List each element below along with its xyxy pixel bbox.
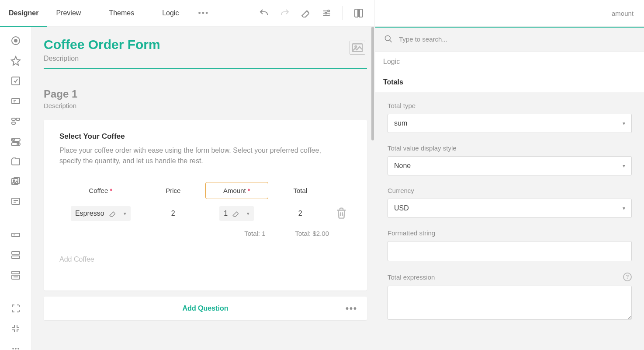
col-coffee[interactable]: Coffee* (60, 182, 141, 199)
svg-rect-7 (12, 118, 15, 120)
cell-amount-value: 1 (224, 210, 228, 217)
form-logo-placeholder[interactable] (350, 41, 365, 55)
question-description[interactable]: Place your coffee order with ease using … (59, 145, 339, 166)
toolbox-boolean-icon[interactable] (10, 136, 21, 147)
col-price[interactable]: Price (142, 182, 205, 199)
canvas-wrap: Coffee Order Form Description Page 1 Des… (31, 27, 375, 350)
matrix-table: Coffee* Price Amount* Total Espresso (59, 181, 351, 244)
clear-icon[interactable] (232, 210, 240, 217)
prop-body: Total type sum ▾ Total value display sty… (375, 92, 644, 350)
tab-designer[interactable]: Designer (0, 0, 47, 26)
clear-icon[interactable] (109, 210, 117, 217)
label-display-style: Total value display style (388, 144, 632, 152)
undo-icon[interactable] (259, 8, 269, 18)
toolbox-comment-icon[interactable] (10, 196, 21, 207)
chevron-down-icon: ▾ (623, 205, 625, 211)
label-total-type: Total type (388, 102, 632, 109)
eraser-icon[interactable] (301, 8, 311, 18)
svg-point-25 (17, 348, 19, 350)
search-row (375, 27, 644, 52)
delete-row-icon[interactable] (335, 213, 348, 220)
top-right: amount (375, 0, 644, 26)
svg-rect-21 (12, 271, 20, 274)
toolbox-file-icon[interactable] (10, 156, 21, 167)
svg-rect-20 (12, 256, 20, 259)
select-currency-value: USD (394, 204, 409, 212)
toolbox-text-icon[interactable] (10, 230, 21, 240)
section-logic[interactable]: Logic (383, 52, 636, 72)
top-tools (259, 6, 374, 20)
properties-panel: Logic Totals Total type sum ▾ Total valu… (375, 27, 644, 350)
add-question-more-icon[interactable]: ••• (346, 304, 357, 314)
prop-sections: Logic Totals (375, 52, 644, 92)
form-title[interactable]: Coffee Order Form (44, 37, 367, 52)
toolbox-more-icon[interactable] (10, 343, 21, 350)
toolbox-dropdown-icon[interactable] (10, 96, 21, 106)
toolbox-expand-icon[interactable] (10, 303, 21, 314)
toolbox-tagbox-icon[interactable] (10, 116, 21, 126)
input-formatted-string[interactable] (388, 241, 632, 261)
select-total-type[interactable]: sum ▾ (388, 114, 632, 133)
cell-amount-dropdown[interactable]: 1 ▾ (219, 206, 254, 221)
toolbox-multitext-icon[interactable] (10, 250, 21, 260)
section-totals[interactable]: Totals (383, 72, 636, 92)
top-tabs: Designer Preview Themes Logic ••• (0, 0, 214, 26)
question-title[interactable]: Select Your Coffee (59, 132, 351, 141)
search-input[interactable] (399, 35, 635, 43)
matrix-totals-row: Total: 1 Total: $2.00 (60, 228, 350, 243)
toolbox-panel-icon[interactable] (10, 270, 21, 280)
tab-preview[interactable]: Preview (47, 0, 90, 26)
toolbox-image-icon[interactable] (10, 176, 21, 187)
chevron-down-icon: ▾ (623, 163, 625, 169)
select-display-style[interactable]: None ▾ (388, 156, 632, 175)
form-description[interactable]: Description (44, 55, 367, 63)
amount-total: Total: 1 (205, 228, 268, 243)
canvas: Coffee Order Form Description Page 1 Des… (31, 27, 375, 332)
page-description[interactable]: Description (44, 102, 367, 109)
help-icon[interactable]: ? (623, 273, 632, 281)
svg-point-0 (328, 10, 329, 12)
tab-themes[interactable]: Themes (100, 0, 143, 26)
svg-point-11 (13, 139, 14, 141)
toolbox-checkbox-icon[interactable] (10, 76, 21, 86)
svg-rect-17 (12, 198, 20, 204)
add-question-button[interactable]: Add Question ••• (44, 297, 367, 320)
svg-point-27 (355, 46, 357, 48)
grand-total: Total: $2.00 (269, 228, 332, 243)
select-currency[interactable]: USD ▾ (388, 199, 632, 218)
topbar: Designer Preview Themes Logic ••• (0, 0, 644, 27)
svg-rect-9 (12, 122, 15, 124)
col-total[interactable]: Total (269, 182, 332, 199)
cell-coffee-value: Espresso (75, 210, 104, 217)
cell-coffee-dropdown[interactable]: Espresso ▾ (71, 206, 131, 221)
page-title[interactable]: Page 1 (44, 88, 367, 100)
chevron-down-icon: ▾ (623, 120, 625, 126)
chevron-down-icon: ▾ (124, 211, 126, 217)
question-card[interactable]: Select Your Coffee Place your coffee ord… (44, 120, 367, 290)
matrix-header-row: Coffee* Price Amount* Total (60, 182, 350, 199)
svg-point-28 (385, 36, 391, 41)
toolbox-collapse-icon[interactable] (10, 323, 21, 334)
chevron-down-icon: ▾ (247, 211, 249, 217)
select-total-type-value: sum (394, 119, 407, 127)
add-row-button[interactable]: Add Coffee (59, 256, 351, 263)
page-block: Page 1 Description Select Your Coffee Pl… (44, 88, 367, 320)
scrollbar-thumb[interactable] (371, 27, 374, 140)
required-marker: * (248, 187, 250, 194)
redo-icon[interactable] (280, 8, 290, 18)
cell-total: 2 (269, 200, 332, 227)
book-icon[interactable] (353, 8, 364, 18)
svg-rect-8 (16, 118, 20, 120)
label-total-expression: Total expression ? (388, 273, 632, 281)
toolbox-star-icon[interactable] (10, 56, 21, 66)
tabs-overflow-icon[interactable]: ••• (193, 9, 214, 18)
tab-logic[interactable]: Logic (153, 0, 187, 26)
label-formatted-string: Formatted string (388, 229, 632, 237)
settings-sliders-icon[interactable] (322, 8, 332, 18)
input-total-expression[interactable] (388, 286, 632, 320)
toolbox-radio-icon[interactable] (10, 35, 21, 46)
canvas-scrollbar[interactable] (370, 27, 375, 350)
col-amount[interactable]: Amount* (205, 182, 268, 199)
top-left: Designer Preview Themes Logic ••• (0, 0, 375, 26)
form-header[interactable]: Coffee Order Form Description (44, 32, 367, 69)
